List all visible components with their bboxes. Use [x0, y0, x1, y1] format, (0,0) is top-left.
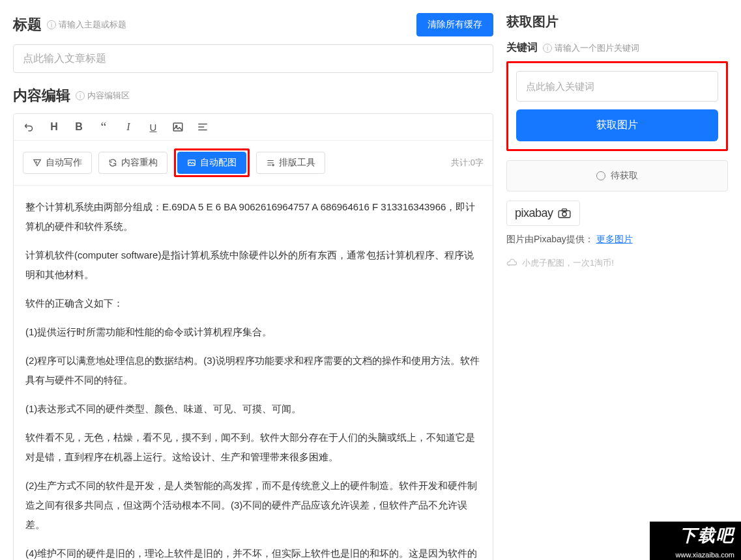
- auto-image-button[interactable]: 自动配图: [177, 152, 246, 174]
- image-credit: 图片由Pixabay提供： 更多图片: [506, 234, 728, 245]
- pending-status: 待获取: [506, 160, 728, 191]
- editor-content[interactable]: 整个计算机系统由两部分组成：E.69DA 5 E 6 BA 9062616964…: [14, 186, 493, 560]
- pixabay-badge: pixabay: [506, 201, 580, 226]
- footer-hint: 小虎子配图，一次1淘币!: [506, 257, 728, 269]
- cloud-icon: [506, 259, 518, 268]
- main-column: 标题 i 请输入主题或标题 清除所有缓存 内容编辑 i 内容编辑区 H: [13, 13, 493, 560]
- pixabay-logo: pixabay: [515, 206, 553, 220]
- svg-point-5: [562, 212, 566, 216]
- title-hint-group: i 请输入主题或标题: [47, 19, 126, 31]
- circle-icon: [596, 171, 605, 180]
- svg-rect-6: [562, 208, 566, 211]
- watermark-url: www.xiazaiba.com: [650, 550, 741, 560]
- title-label: 标题: [13, 15, 42, 35]
- keyword-highlight-box: 获取图片: [506, 61, 728, 151]
- restructure-button[interactable]: 内容重构: [98, 152, 167, 174]
- watermark: 下载吧 www.xiazaiba.com: [650, 522, 741, 560]
- layout-tool-button[interactable]: 排版工具: [256, 152, 325, 174]
- auto-image-label: 自动配图: [200, 157, 237, 169]
- title-label-group: 标题 i 请输入主题或标题: [13, 15, 126, 35]
- content-hint-group: i 内容编辑区: [76, 90, 130, 102]
- keyword-input[interactable]: [516, 71, 718, 102]
- watermark-title: 下载吧: [650, 522, 741, 550]
- format-toolbar: H B “ I U: [14, 114, 493, 141]
- editor-paragraph: (1)表达形式不同的硬件类型、颜色、味道、可见、可摸、可闻。: [25, 399, 481, 419]
- get-image-button[interactable]: 获取图片: [516, 109, 718, 141]
- info-icon: i: [543, 44, 552, 53]
- bold-icon[interactable]: B: [72, 120, 85, 133]
- auto-write-label: 自动写作: [46, 157, 82, 169]
- content-label-group: 内容编辑 i 内容编辑区: [13, 86, 493, 105]
- content-label: 内容编辑: [13, 86, 70, 105]
- action-toolbar: 自动写作 内容重构 自动配图 排版工具 共计:0字: [14, 141, 493, 186]
- editor-box: H B “ I U 自动写作 内容重构: [13, 113, 493, 560]
- title-section-header: 标题 i 请输入主题或标题 清除所有缓存: [13, 13, 493, 36]
- image-icon[interactable]: [171, 120, 184, 133]
- credit-prefix: 图片由Pixabay提供：: [506, 234, 594, 244]
- underline-icon[interactable]: U: [147, 120, 160, 133]
- pending-label: 待获取: [611, 170, 638, 182]
- editor-paragraph: (2)程序可以满意地处理信息的数据结构。(3)说明程序功能要求和程序需要的文档的…: [25, 351, 481, 390]
- info-icon: i: [47, 20, 56, 29]
- quote-icon[interactable]: “: [97, 120, 110, 133]
- title-hint: 请输入主题或标题: [59, 19, 126, 31]
- keyword-hint: 请输入一个图片关键词: [555, 43, 639, 53]
- content-hint: 内容编辑区: [87, 90, 130, 102]
- svg-point-3: [272, 164, 274, 165]
- editor-paragraph: 软件的正确含义如下：: [25, 294, 481, 313]
- get-image-title: 获取图片: [506, 13, 728, 31]
- auto-write-button[interactable]: 自动写作: [23, 152, 92, 174]
- info-icon: i: [76, 91, 85, 100]
- editor-paragraph: 软件看不见，无色，枯燥，看不见，摸不到，闻不到。软件大部分存在于人们的头脑或纸上…: [25, 428, 481, 467]
- article-title-input[interactable]: [13, 44, 493, 73]
- heading-icon[interactable]: H: [48, 120, 61, 133]
- auto-image-highlight: 自动配图: [174, 148, 250, 177]
- footer-hint-text: 小虎子配图，一次1淘币!: [522, 257, 614, 269]
- align-icon[interactable]: [196, 120, 209, 133]
- keyword-label: 关键词: [506, 41, 538, 55]
- keyword-hint-group: i 请输入一个图片关键词: [543, 42, 639, 54]
- layout-tool-label: 排版工具: [279, 157, 315, 169]
- more-images-link[interactable]: 更多图片: [596, 234, 633, 244]
- clear-cache-button[interactable]: 清除所有缓存: [416, 13, 493, 36]
- sidebar: 获取图片 关键词 i 请输入一个图片关键词 获取图片 待获取 pixabay 图…: [506, 13, 728, 560]
- word-count: 共计:0字: [451, 157, 484, 169]
- editor-paragraph: 计算机软件(computer software)是指计算机系统中除硬件以外的所有…: [25, 245, 481, 285]
- camera-icon: [557, 208, 572, 219]
- keyword-label-group: 关键词 i 请输入一个图片关键词: [506, 41, 728, 55]
- editor-paragraph: (4)维护不同的硬件是旧的，理论上软件是旧的，并不坏，但实际上软件也是旧的和坏的…: [25, 544, 481, 560]
- italic-icon[interactable]: I: [122, 120, 135, 133]
- editor-paragraph: (1)提供运行时所需功能和性能的命令或计算机程序集合。: [25, 322, 481, 342]
- undo-icon[interactable]: [23, 120, 36, 133]
- editor-paragraph: 整个计算机系统由两部分组成：E.69DA 5 E 6 BA 9062616964…: [25, 197, 481, 236]
- editor-paragraph: (2)生产方式不同的软件是开发，是人类智能的高发挥，而不是传统意义上的硬件制造。…: [25, 476, 481, 535]
- restructure-label: 内容重构: [121, 157, 158, 169]
